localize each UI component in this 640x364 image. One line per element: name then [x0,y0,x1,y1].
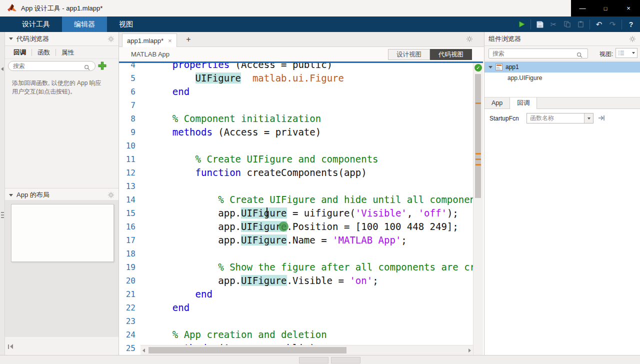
paste-icon[interactable] [574,18,586,31]
analyzer-marker[interactable] [476,102,481,104]
horizontal-scrollbar[interactable] [140,345,473,355]
code-line[interactable]: methods (Access = private) [150,126,473,139]
code-line[interactable]: app.UIFigure.Visible = 'on'; [150,274,473,288]
code-line[interactable] [150,98,473,112]
tab-callbacks[interactable]: 回调 [510,98,537,109]
copy-icon[interactable] [561,18,573,31]
run-icon[interactable] [516,18,528,31]
cursor-marker-dot [278,222,288,232]
rail-handle[interactable] [1,212,4,213]
close-button[interactable]: × [617,0,640,16]
scroll-right-arrow[interactable] [468,348,471,352]
code-line[interactable]: UIFigure matlab.ui.Figure [150,72,473,85]
cut-icon[interactable]: ✂ [548,18,560,31]
code-browser-tabs: 回调 函数 属性 [5,46,118,59]
code-editor[interactable]: properties (Access = public) UIFigure ma… [140,63,473,355]
rail-handle[interactable] [1,214,4,216]
tab-properties[interactable]: 属性 [56,49,80,56]
line-number: 4 [119,63,140,72]
startupfcn-row: StartupFcn 函数名称 [484,112,640,125]
vertical-scrollbar[interactable]: ✓ [473,63,483,355]
go-to-callback-icon[interactable] [598,114,606,124]
code-line[interactable]: end [150,85,473,98]
tree-item-app-uifigure[interactable]: app.UIFigure [484,72,640,84]
taskbar-fragment [331,357,360,364]
code-line[interactable]: function createComponents(app) [150,166,473,180]
chevron-down-icon[interactable] [9,38,13,40]
startupfcn-dropdown[interactable]: 函数名称 [526,113,594,124]
search-input[interactable] [8,61,96,71]
close-icon[interactable]: × [168,37,172,44]
line-number: 25 [119,342,140,355]
code-line[interactable]: app.UIFigure.Position = [100 100 448 249… [150,220,473,234]
window-controls: — □ × [571,0,640,16]
code-browser-panel: 代码浏览器 回调 函数 属性 添加回调函数, 以使您的 App 响应用户交互(如… [5,32,119,355]
add-callback-icon[interactable] [98,62,106,72]
ribbon-tab-view[interactable]: 视图 [107,16,145,32]
view-dropdown-label: 视图: [600,50,613,58]
rail-handle[interactable] [1,217,4,218]
collapse-panel-icon[interactable] [1,67,4,71]
tab-functions[interactable]: 函数 [32,49,56,56]
gear-icon[interactable] [466,36,473,44]
toolbar-separator [530,20,531,30]
ribbon-tab-editor[interactable]: 编辑器 [62,16,107,32]
analyzer-marker[interactable] [476,164,481,166]
analyzer-marker[interactable] [476,158,481,160]
code-line[interactable]: properties (Access = public) [150,63,473,72]
code-line[interactable] [150,180,473,193]
tree-item-app1[interactable]: app1 [484,62,640,72]
tree-item-label: app.UIFigure [508,74,542,82]
maximize-button[interactable]: □ [594,0,617,16]
gear-icon[interactable] [629,36,636,42]
document-tab[interactable]: app1.mlapp* × [122,34,177,47]
scrollbar-thumb[interactable] [475,74,481,198]
code-line[interactable]: end [150,301,473,314]
dock-control[interactable] [8,344,13,349]
help-icon[interactable]: ? [625,18,637,31]
new-document-button[interactable]: + [183,33,194,46]
code-line[interactable] [150,139,473,152]
ribbon-tab-design-tools[interactable]: 设计工具 [10,16,62,32]
code-line[interactable]: % App creation and deletion [150,328,473,342]
search-input[interactable] [488,48,588,58]
save-icon[interactable] [534,18,546,31]
redo-icon[interactable]: ↷ [606,18,618,31]
app-layout-thumbnail[interactable] [11,204,114,262]
code-line[interactable]: end [150,288,473,301]
analyzer-marker[interactable] [476,153,481,154]
code-line[interactable]: % Show the figure after all components a… [150,260,473,274]
tab-app[interactable]: App [484,98,510,108]
code-line[interactable]: % Component initialization [150,112,473,126]
component-search-row: 视图: [484,46,640,61]
code-line[interactable] [150,247,473,260]
chevron-down-icon[interactable] [488,66,492,68]
code-line[interactable]: % Create UIFigure and components [150,152,473,166]
document-tab-bar: app1.mlapp* × + [119,32,484,47]
code-analyzer-check-icon[interactable]: ✓ [474,64,482,72]
line-number: 22 [119,301,140,314]
line-number: 17 [119,234,140,247]
line-number: 11 [119,152,140,166]
view-mode-dropdown[interactable] [616,48,638,58]
gear-icon[interactable] [108,36,114,42]
scroll-left-arrow[interactable] [142,348,145,352]
gear-icon[interactable] [108,192,114,198]
tab-callbacks[interactable]: 回调 [8,49,32,56]
window-title: App 设计工具 - app1.mlapp* [21,0,102,16]
status-bar [0,355,640,364]
undo-icon[interactable]: ↶ [593,18,605,31]
dropdown-arrow[interactable] [584,114,593,123]
chevron-down-icon[interactable] [9,194,13,196]
code-line[interactable]: app.UIFigure.Name = 'MATLAB App'; [150,234,473,247]
code-line[interactable] [150,314,473,328]
scrollbar-thumb[interactable] [148,347,346,354]
minimize-button[interactable]: — [571,0,594,16]
line-number: 18 [119,247,140,260]
design-view-button[interactable]: 设计视图 [388,49,430,60]
code-view-button[interactable]: 代码视图 [430,49,472,60]
title-bar: App 设计工具 - app1.mlapp* — □ × [0,0,640,16]
code-line[interactable]: app.UIFigure = uifigure('Visible', 'off'… [150,206,473,220]
code-line[interactable]: % Create UIFigure and hide until all com… [150,193,473,206]
component-browser-title: 组件浏览器 [488,34,521,44]
